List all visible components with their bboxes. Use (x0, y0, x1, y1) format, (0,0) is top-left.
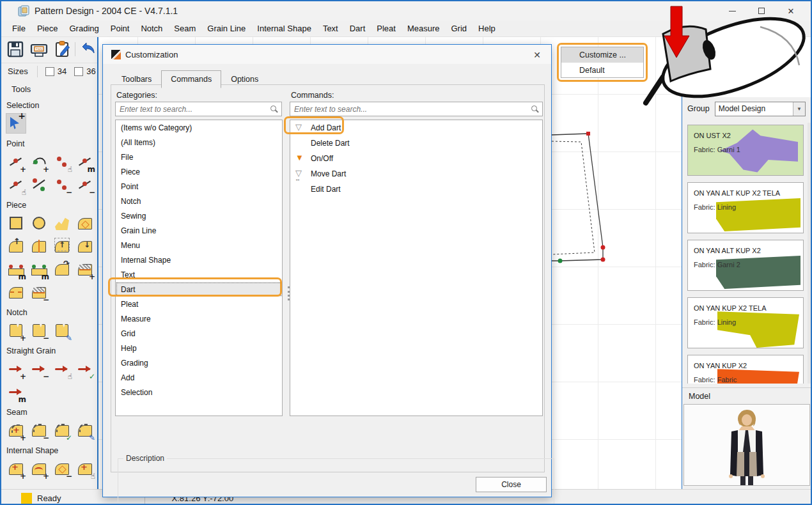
copy-piece-tool[interactable] (52, 236, 72, 256)
menu-item[interactable]: Grain Line (201, 21, 251, 36)
minimize-button[interactable] (717, 1, 747, 20)
group-select[interactable]: Model Design ▼ (715, 102, 806, 116)
category-row[interactable]: (All Items) (116, 135, 282, 150)
piece-card[interactable]: ON YAN ALT KUP X2 TELA Fabric: Lining (687, 182, 804, 233)
search-icon[interactable] (269, 104, 279, 114)
delete-point-tool[interactable]: − (75, 175, 95, 195)
category-row[interactable]: Point (116, 179, 282, 194)
circle-piece-tool[interactable] (29, 213, 49, 233)
move-point-tool[interactable]: ☝ (52, 152, 72, 172)
measure-curve-tool[interactable]: m (29, 259, 49, 279)
validate-grain-tool[interactable]: ✓ (75, 359, 95, 379)
categories-search-input[interactable] (116, 104, 269, 114)
split-piece-tool[interactable] (29, 236, 49, 256)
piece-card[interactable]: ON UST X2 Fabric: Garni 1 (687, 125, 804, 176)
category-row[interactable]: Pleat (116, 297, 282, 311)
context-menu-item[interactable]: Customize ... (561, 47, 643, 63)
category-row[interactable]: Sewing (116, 208, 282, 223)
freehand-piece-tool[interactable] (52, 213, 72, 233)
category-row[interactable]: Selection (116, 385, 282, 400)
add-internal-curve-tool[interactable]: + (29, 458, 49, 479)
menu-item[interactable]: Point (105, 21, 136, 36)
category-row[interactable]: Help (116, 341, 282, 355)
category-row[interactable]: Grain Line (116, 223, 282, 238)
add-point-on-curve-tool[interactable]: + (29, 152, 49, 172)
edit-notch-tool[interactable]: ✎ (52, 320, 72, 341)
hatch-region-remove-tool[interactable]: − (29, 282, 49, 302)
commands-search[interactable] (290, 102, 543, 116)
measure-grain-tool[interactable]: m (6, 382, 26, 402)
size-checkbox[interactable]: 36 (74, 66, 95, 76)
dialog-tab[interactable]: Commands (161, 70, 221, 88)
delete-grain-tool[interactable]: − (29, 359, 49, 379)
chevron-down-icon[interactable]: ▼ (793, 102, 805, 116)
dialog-close-icon[interactable]: ✕ (531, 49, 543, 61)
command-row[interactable]: Add Dart (290, 120, 542, 136)
commands-search-input[interactable] (290, 104, 529, 114)
menu-item[interactable]: Grid (446, 21, 473, 36)
add-grain-tool[interactable]: + (6, 359, 26, 379)
measure-line-tool[interactable]: m (6, 259, 26, 279)
menu-item[interactable]: Internal Shape (251, 21, 317, 36)
command-row[interactable]: On/Off (290, 151, 542, 166)
category-row[interactable]: (Items w/o Category) (116, 120, 282, 135)
menu-item[interactable]: Text (317, 21, 344, 36)
undo-icon[interactable] (79, 40, 97, 58)
search-icon[interactable] (529, 104, 540, 114)
edit-seam-tool[interactable]: ✎ (75, 420, 95, 440)
scrollbar[interactable] (808, 123, 811, 384)
point-measure-tool[interactable]: m (75, 152, 95, 172)
piece-card[interactable]: ON YAN KUP X2 TELA Fabric: Lining (687, 297, 804, 348)
category-row[interactable]: Add (116, 370, 282, 385)
category-row[interactable]: Menu (116, 238, 282, 252)
piece-card[interactable]: ON YAN KUP X2 Fabric: Fabric (687, 355, 804, 384)
category-row[interactable]: Text (116, 267, 282, 282)
fold-line-piece-tool[interactable] (6, 282, 26, 302)
delete-internal-shape-tool[interactable]: − (52, 458, 72, 479)
category-row[interactable]: Measure (116, 311, 282, 326)
size-checkbox[interactable]: 34 (45, 66, 66, 76)
category-row[interactable]: Grading (116, 355, 282, 370)
menu-item[interactable]: Grading (63, 21, 104, 36)
rotate-piece-tool[interactable] (52, 259, 72, 279)
add-point-tool[interactable]: + (6, 152, 26, 172)
select-grain-tool[interactable]: ☝ (52, 359, 72, 379)
panel-splitter[interactable] (97, 37, 98, 489)
add-notch-tool[interactable]: + (6, 320, 26, 341)
category-row[interactable]: Notch (116, 194, 282, 208)
add-seam-tool[interactable]: + (6, 420, 26, 440)
select-point-tool[interactable]: ☝ (6, 175, 26, 195)
checkbox-icon[interactable] (74, 67, 83, 76)
menu-item[interactable]: Piece (31, 21, 64, 36)
divide-line-tool[interactable] (29, 175, 49, 195)
add-internal-shape-tool[interactable]: + (6, 458, 26, 479)
selection-move-tool[interactable]: + (6, 113, 26, 134)
command-row[interactable]: Move Dart (290, 166, 542, 182)
menu-item[interactable]: Dart (344, 21, 371, 36)
maximize-button[interactable] (747, 1, 776, 20)
category-row[interactable]: Grid (116, 326, 282, 341)
category-row[interactable]: Internal Shape (116, 252, 282, 267)
command-row[interactable]: Delete Dart (290, 136, 542, 151)
command-row[interactable]: Edit Dart (290, 182, 542, 197)
category-row[interactable]: Piece (116, 164, 282, 179)
menu-item[interactable]: Help (472, 21, 501, 36)
delete-points-tool[interactable]: − (52, 175, 72, 195)
extract-piece-tool[interactable] (6, 236, 26, 256)
menu-item[interactable]: Seam (168, 21, 201, 36)
validate-seam-tool[interactable]: ✓ (52, 420, 72, 440)
menu-item[interactable]: Notch (135, 21, 168, 36)
plot-icon[interactable]: TAN (30, 40, 48, 58)
menu-item[interactable]: Pleat (371, 21, 402, 36)
categories-search[interactable] (115, 102, 282, 116)
edit-clipboard-icon[interactable] (54, 40, 72, 58)
checkbox-icon[interactable] (45, 67, 54, 76)
hatch-region-add-tool[interactable]: + (75, 259, 95, 279)
close-window-button[interactable]: ✕ (776, 1, 806, 20)
close-button[interactable]: Close (476, 477, 547, 492)
rectangle-piece-tool[interactable] (6, 213, 26, 233)
menu-item[interactable]: Measure (402, 21, 446, 36)
delete-seam-tool[interactable]: − (29, 420, 49, 440)
delete-notch-tool[interactable]: − (29, 320, 49, 341)
piece-card[interactable]: ON YAN ALT KUP X2 Fabric: Garni 2 (687, 240, 804, 291)
